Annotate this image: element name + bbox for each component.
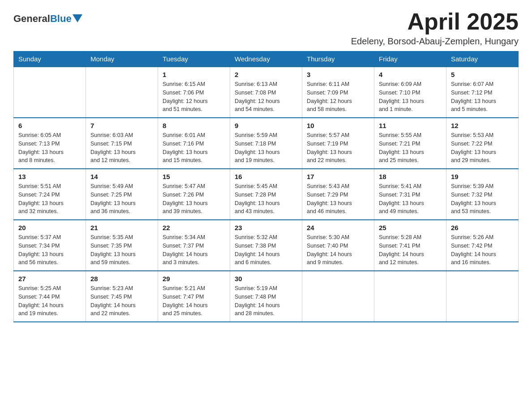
calendar-header-monday: Monday	[86, 51, 158, 67]
day-info: Sunrise: 5:28 AMSunset: 7:41 PMDaylight:…	[379, 233, 442, 267]
calendar-header-tuesday: Tuesday	[158, 51, 230, 67]
day-info: Sunrise: 5:30 AMSunset: 7:40 PMDaylight:…	[307, 233, 369, 267]
day-info: Sunrise: 6:05 AMSunset: 7:13 PMDaylight:…	[18, 131, 81, 165]
calendar-header-friday: Friday	[374, 51, 446, 67]
day-number: 1	[163, 71, 225, 78]
day-info: Sunrise: 6:03 AMSunset: 7:15 PMDaylight:…	[90, 131, 153, 165]
day-info: Sunrise: 5:23 AMSunset: 7:45 PMDaylight:…	[90, 284, 153, 318]
day-info: Sunrise: 6:09 AMSunset: 7:10 PMDaylight:…	[379, 80, 442, 114]
day-info: Sunrise: 6:13 AMSunset: 7:08 PMDaylight:…	[235, 80, 297, 114]
day-number: 3	[307, 71, 369, 78]
calendar-cell: 9Sunrise: 5:59 AMSunset: 7:18 PMDaylight…	[230, 118, 302, 169]
calendar-header-saturday: Saturday	[446, 51, 519, 67]
month-title: April 2025	[351, 9, 519, 34]
day-number: 23	[235, 224, 297, 231]
calendar-cell: 18Sunrise: 5:41 AMSunset: 7:31 PMDayligh…	[374, 169, 446, 220]
day-number: 5	[451, 71, 514, 78]
day-number: 28	[90, 275, 153, 283]
calendar-cell: 27Sunrise: 5:25 AMSunset: 7:44 PMDayligh…	[14, 271, 86, 322]
page-header: GeneralBlue April 2025 Edeleny, Borsod-A…	[13, 9, 519, 47]
calendar-cell: 26Sunrise: 5:26 AMSunset: 7:42 PMDayligh…	[446, 220, 519, 271]
day-number: 21	[90, 224, 153, 231]
calendar-cell: 25Sunrise: 5:28 AMSunset: 7:41 PMDayligh…	[374, 220, 446, 271]
calendar-cell: 17Sunrise: 5:43 AMSunset: 7:29 PMDayligh…	[302, 169, 374, 220]
day-info: Sunrise: 5:49 AMSunset: 7:25 PMDaylight:…	[90, 182, 153, 216]
day-number: 9	[235, 122, 297, 129]
day-info: Sunrise: 5:26 AMSunset: 7:42 PMDaylight:…	[451, 233, 514, 267]
day-info: Sunrise: 6:15 AMSunset: 7:06 PMDaylight:…	[163, 80, 225, 114]
day-number: 6	[18, 122, 81, 129]
calendar-cell: 13Sunrise: 5:51 AMSunset: 7:24 PMDayligh…	[14, 169, 86, 220]
day-info: Sunrise: 5:47 AMSunset: 7:26 PMDaylight:…	[163, 182, 225, 216]
day-info: Sunrise: 5:41 AMSunset: 7:31 PMDaylight:…	[379, 182, 442, 216]
day-info: Sunrise: 5:21 AMSunset: 7:47 PMDaylight:…	[163, 284, 225, 318]
calendar-cell	[446, 271, 519, 322]
calendar-week-row: 13Sunrise: 5:51 AMSunset: 7:24 PMDayligh…	[14, 169, 519, 220]
calendar-header-row: SundayMondayTuesdayWednesdayThursdayFrid…	[14, 51, 519, 67]
day-number: 17	[307, 173, 369, 180]
calendar-cell	[14, 67, 86, 118]
calendar-cell: 30Sunrise: 5:19 AMSunset: 7:48 PMDayligh…	[230, 271, 302, 322]
day-info: Sunrise: 5:25 AMSunset: 7:44 PMDaylight:…	[18, 284, 81, 318]
day-number: 15	[163, 173, 225, 180]
day-number: 20	[18, 224, 81, 231]
location-title: Edeleny, Borsod-Abauj-Zemplen, Hungary	[351, 36, 519, 47]
day-info: Sunrise: 6:11 AMSunset: 7:09 PMDaylight:…	[307, 80, 369, 114]
calendar-cell: 10Sunrise: 5:57 AMSunset: 7:19 PMDayligh…	[302, 118, 374, 169]
day-info: Sunrise: 5:34 AMSunset: 7:37 PMDaylight:…	[163, 233, 225, 267]
calendar-cell: 4Sunrise: 6:09 AMSunset: 7:10 PMDaylight…	[374, 67, 446, 118]
day-info: Sunrise: 5:35 AMSunset: 7:35 PMDaylight:…	[90, 233, 153, 267]
day-info: Sunrise: 5:37 AMSunset: 7:34 PMDaylight:…	[18, 233, 81, 267]
day-number: 11	[379, 122, 442, 129]
calendar-week-row: 1Sunrise: 6:15 AMSunset: 7:06 PMDaylight…	[14, 67, 519, 118]
calendar-header-wednesday: Wednesday	[230, 51, 302, 67]
calendar-cell: 16Sunrise: 5:45 AMSunset: 7:28 PMDayligh…	[230, 169, 302, 220]
day-info: Sunrise: 6:07 AMSunset: 7:12 PMDaylight:…	[451, 80, 514, 114]
day-info: Sunrise: 6:01 AMSunset: 7:16 PMDaylight:…	[163, 131, 225, 165]
calendar-cell: 19Sunrise: 5:39 AMSunset: 7:32 PMDayligh…	[446, 169, 519, 220]
day-number: 26	[451, 224, 514, 231]
calendar-cell: 15Sunrise: 5:47 AMSunset: 7:26 PMDayligh…	[158, 169, 230, 220]
calendar-cell: 1Sunrise: 6:15 AMSunset: 7:06 PMDaylight…	[158, 67, 230, 118]
calendar-cell: 7Sunrise: 6:03 AMSunset: 7:15 PMDaylight…	[86, 118, 158, 169]
title-section: April 2025 Edeleny, Borsod-Abauj-Zemplen…	[351, 9, 519, 47]
day-number: 12	[451, 122, 514, 129]
day-number: 18	[379, 173, 442, 180]
calendar-cell: 22Sunrise: 5:34 AMSunset: 7:37 PMDayligh…	[158, 220, 230, 271]
calendar-cell: 28Sunrise: 5:23 AMSunset: 7:45 PMDayligh…	[86, 271, 158, 322]
calendar-cell: 2Sunrise: 6:13 AMSunset: 7:08 PMDaylight…	[230, 67, 302, 118]
calendar-week-row: 20Sunrise: 5:37 AMSunset: 7:34 PMDayligh…	[14, 220, 519, 271]
day-info: Sunrise: 5:45 AMSunset: 7:28 PMDaylight:…	[235, 182, 297, 216]
day-info: Sunrise: 5:19 AMSunset: 7:48 PMDaylight:…	[235, 284, 297, 318]
calendar-cell: 5Sunrise: 6:07 AMSunset: 7:12 PMDaylight…	[446, 67, 519, 118]
calendar-cell: 11Sunrise: 5:55 AMSunset: 7:21 PMDayligh…	[374, 118, 446, 169]
day-info: Sunrise: 5:57 AMSunset: 7:19 PMDaylight:…	[307, 131, 369, 165]
day-info: Sunrise: 5:32 AMSunset: 7:38 PMDaylight:…	[235, 233, 297, 267]
calendar-cell: 14Sunrise: 5:49 AMSunset: 7:25 PMDayligh…	[86, 169, 158, 220]
logo: GeneralBlue	[13, 13, 82, 24]
calendar-cell: 21Sunrise: 5:35 AMSunset: 7:35 PMDayligh…	[86, 220, 158, 271]
day-number: 24	[307, 224, 369, 231]
calendar-cell: 6Sunrise: 6:05 AMSunset: 7:13 PMDaylight…	[14, 118, 86, 169]
day-info: Sunrise: 5:53 AMSunset: 7:22 PMDaylight:…	[451, 131, 514, 165]
day-number: 13	[18, 173, 81, 180]
day-number: 7	[90, 122, 153, 129]
calendar-cell: 8Sunrise: 6:01 AMSunset: 7:16 PMDaylight…	[158, 118, 230, 169]
calendar-week-row: 6Sunrise: 6:05 AMSunset: 7:13 PMDaylight…	[14, 118, 519, 169]
svg-marker-0	[73, 14, 82, 22]
day-number: 22	[163, 224, 225, 231]
day-number: 14	[90, 173, 153, 180]
calendar-cell: 29Sunrise: 5:21 AMSunset: 7:47 PMDayligh…	[158, 271, 230, 322]
calendar-table: SundayMondayTuesdayWednesdayThursdayFrid…	[13, 51, 519, 322]
day-number: 25	[379, 224, 442, 231]
day-number: 2	[235, 71, 297, 78]
calendar-cell: 12Sunrise: 5:53 AMSunset: 7:22 PMDayligh…	[446, 118, 519, 169]
calendar-cell: 3Sunrise: 6:11 AMSunset: 7:09 PMDaylight…	[302, 67, 374, 118]
day-number: 29	[163, 275, 225, 283]
calendar-header-sunday: Sunday	[14, 51, 86, 67]
calendar-cell: 20Sunrise: 5:37 AMSunset: 7:34 PMDayligh…	[14, 220, 86, 271]
calendar-header-thursday: Thursday	[302, 51, 374, 67]
day-info: Sunrise: 5:43 AMSunset: 7:29 PMDaylight:…	[307, 182, 369, 216]
day-number: 8	[163, 122, 225, 129]
calendar-cell	[86, 67, 158, 118]
